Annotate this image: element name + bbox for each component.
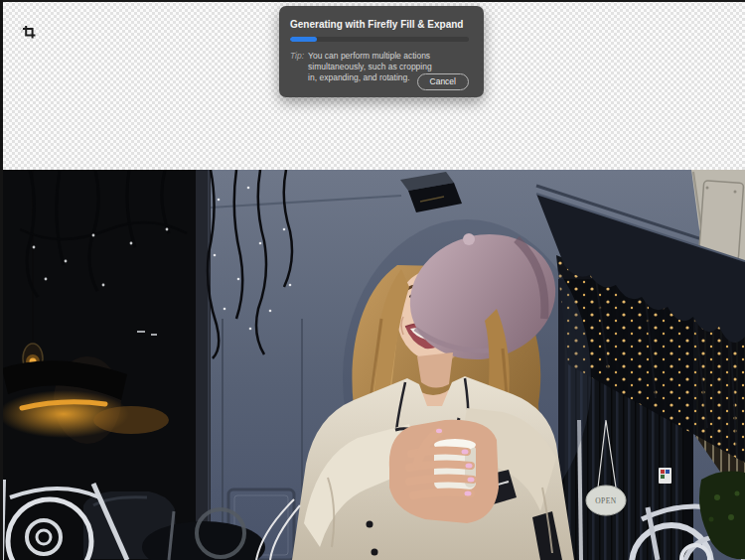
progress-bar (290, 37, 469, 42)
cafe-window (0, 170, 196, 560)
hands-and-cup (389, 420, 499, 523)
door-stickers (659, 468, 671, 484)
progress-fill (290, 37, 317, 42)
photoshop-canvas-viewport: OPEN (0, 0, 745, 560)
crop-tool-cursor (19, 21, 37, 39)
dialog-title: Generating with Firefly Fill & Expand (290, 19, 463, 30)
firefly-progress-dialog: Generating with Firefly Fill & Expand Ti… (279, 6, 484, 97)
photo-woman-cafe[interactable]: OPEN (0, 170, 745, 560)
cancel-button[interactable]: Cancel (417, 73, 469, 91)
open-sign-text: OPEN (595, 496, 617, 505)
tip-text: You can perform multiple actions simulta… (308, 51, 435, 83)
coat-button (372, 549, 378, 556)
canvas-top-edge (0, 0, 745, 2)
tip-label: Tip: (290, 51, 304, 83)
canvas-left-edge (0, 0, 3, 560)
coat-button (367, 521, 373, 528)
